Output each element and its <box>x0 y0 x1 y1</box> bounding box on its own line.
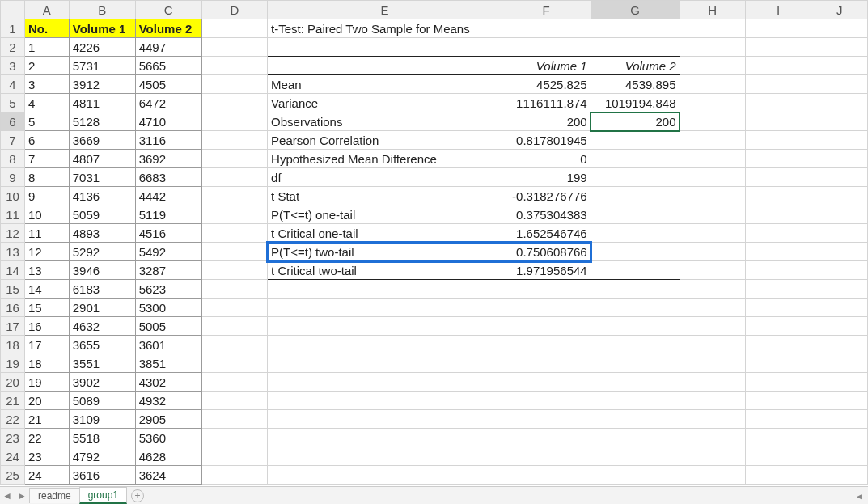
cell-I9[interactable] <box>745 168 811 187</box>
cell-F10[interactable]: -0.318276776 <box>502 187 591 205</box>
cell-J19[interactable] <box>811 354 868 373</box>
cell-J8[interactable] <box>811 150 868 168</box>
cell-C6[interactable]: 4710 <box>135 112 201 131</box>
cell-D21[interactable] <box>201 392 267 410</box>
cell-G21[interactable] <box>591 392 680 410</box>
row-header-18[interactable]: 18 <box>1 336 25 354</box>
cell-D13[interactable] <box>201 243 267 261</box>
cell-J11[interactable] <box>811 205 868 224</box>
cell-F6[interactable]: 200 <box>502 112 591 131</box>
cell-D2[interactable] <box>201 38 267 57</box>
cell-A13[interactable]: 12 <box>24 243 69 261</box>
row-header-11[interactable]: 11 <box>1 205 25 224</box>
cell-E23[interactable] <box>268 429 502 447</box>
cell-H11[interactable] <box>680 205 745 224</box>
cell-E24[interactable] <box>268 447 502 466</box>
cell-G16[interactable] <box>591 299 680 317</box>
cell-B14[interactable]: 3946 <box>69 261 135 280</box>
cell-B4[interactable]: 3912 <box>69 75 135 94</box>
cell-H16[interactable] <box>680 299 745 317</box>
cell-A11[interactable]: 10 <box>24 205 69 224</box>
row-header-9[interactable]: 9 <box>1 168 25 187</box>
cell-D18[interactable] <box>201 336 267 354</box>
cell-E16[interactable] <box>268 299 502 317</box>
cell-B8[interactable]: 4807 <box>69 150 135 168</box>
cell-B10[interactable]: 4136 <box>69 187 135 205</box>
cell-J6[interactable] <box>811 112 868 131</box>
cell-C2[interactable]: 4497 <box>135 38 201 57</box>
cell-G1[interactable] <box>591 19 680 38</box>
cell-B23[interactable]: 5518 <box>69 429 135 447</box>
cell-B20[interactable]: 3902 <box>69 373 135 392</box>
row-header-6[interactable]: 6 <box>1 112 25 131</box>
cell-C10[interactable]: 4442 <box>135 187 201 205</box>
cell-E6[interactable]: Observations <box>268 112 502 131</box>
cell-G11[interactable] <box>591 205 680 224</box>
cell-H14[interactable] <box>680 261 745 280</box>
col-header-J[interactable]: J <box>811 1 868 19</box>
cell-D1[interactable] <box>201 19 267 38</box>
cell-F20[interactable] <box>502 373 591 392</box>
cell-D24[interactable] <box>201 447 267 466</box>
cell-C20[interactable]: 4302 <box>135 373 201 392</box>
cell-F2[interactable] <box>502 38 591 57</box>
row-header-8[interactable]: 8 <box>1 150 25 168</box>
cell-H8[interactable] <box>680 150 745 168</box>
cell-B15[interactable]: 6183 <box>69 280 135 299</box>
cell-H22[interactable] <box>680 410 745 429</box>
cell-A14[interactable]: 13 <box>24 261 69 280</box>
cell-H25[interactable] <box>680 466 745 485</box>
cell-D20[interactable] <box>201 373 267 392</box>
cell-J2[interactable] <box>811 38 868 57</box>
cell-B6[interactable]: 5128 <box>69 112 135 131</box>
cell-J15[interactable] <box>811 280 868 299</box>
cell-B2[interactable]: 4226 <box>69 38 135 57</box>
cell-J16[interactable] <box>811 299 868 317</box>
cell-H20[interactable] <box>680 373 745 392</box>
row-header-10[interactable]: 10 <box>1 187 25 205</box>
row-header-4[interactable]: 4 <box>1 75 25 94</box>
cell-F25[interactable] <box>502 466 591 485</box>
cell-D11[interactable] <box>201 205 267 224</box>
cell-D22[interactable] <box>201 410 267 429</box>
cell-F12[interactable]: 1.652546746 <box>502 224 591 243</box>
cell-H18[interactable] <box>680 336 745 354</box>
cell-E3[interactable] <box>268 57 502 75</box>
cell-C14[interactable]: 3287 <box>135 261 201 280</box>
cell-E19[interactable] <box>268 354 502 373</box>
row-header-20[interactable]: 20 <box>1 373 25 392</box>
cell-B24[interactable]: 4792 <box>69 447 135 466</box>
cell-G18[interactable] <box>591 336 680 354</box>
cell-J9[interactable] <box>811 168 868 187</box>
col-header-H[interactable]: H <box>680 1 745 19</box>
cell-E7[interactable]: Pearson Correlation <box>268 131 502 150</box>
cell-C21[interactable]: 4932 <box>135 392 201 410</box>
cell-J13[interactable] <box>811 243 868 261</box>
cell-A12[interactable]: 11 <box>24 224 69 243</box>
cell-H9[interactable] <box>680 168 745 187</box>
cell-G20[interactable] <box>591 373 680 392</box>
cell-I10[interactable] <box>745 187 811 205</box>
row-header-15[interactable]: 15 <box>1 280 25 299</box>
cell-I6[interactable] <box>745 112 811 131</box>
cell-A2[interactable]: 1 <box>24 38 69 57</box>
cell-J25[interactable] <box>811 466 868 485</box>
cell-I1[interactable] <box>745 19 811 38</box>
cell-B9[interactable]: 7031 <box>69 168 135 187</box>
cell-I25[interactable] <box>745 466 811 485</box>
cell-C4[interactable]: 4505 <box>135 75 201 94</box>
cell-D25[interactable] <box>201 466 267 485</box>
cell-B19[interactable]: 3551 <box>69 354 135 373</box>
cell-A17[interactable]: 16 <box>24 317 69 336</box>
row-header-13[interactable]: 13 <box>1 243 25 261</box>
cell-B18[interactable]: 3655 <box>69 336 135 354</box>
row-header-12[interactable]: 12 <box>1 224 25 243</box>
row-header-3[interactable]: 3 <box>1 57 25 75</box>
cell-C22[interactable]: 2905 <box>135 410 201 429</box>
cell-E25[interactable] <box>268 466 502 485</box>
cell-B12[interactable]: 4893 <box>69 224 135 243</box>
cell-C9[interactable]: 6683 <box>135 168 201 187</box>
cell-C11[interactable]: 5119 <box>135 205 201 224</box>
cell-H17[interactable] <box>680 317 745 336</box>
cell-F1[interactable] <box>502 19 591 38</box>
